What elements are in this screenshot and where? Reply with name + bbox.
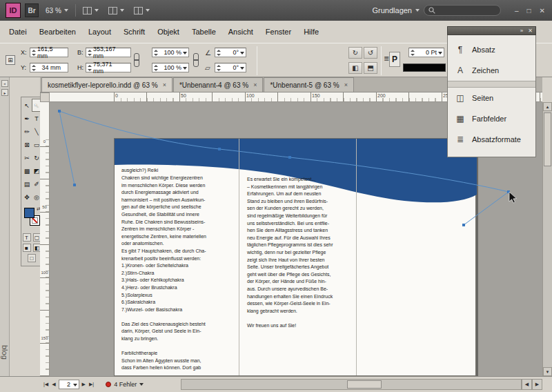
- y-position-field[interactable]: 34 mm: [30, 63, 68, 72]
- search-input[interactable]: [424, 5, 501, 16]
- indesign-window: ID Br 63 % Grundlagen: [0, 0, 552, 392]
- hand-tool[interactable]: ✥: [22, 190, 32, 204]
- collapse-dock-icon[interactable]: «: [1, 80, 8, 87]
- close-icon[interactable]: ×: [253, 81, 257, 88]
- vertical-scrollbar[interactable]: ▲ ▼: [542, 102, 552, 376]
- panel-item-seiten[interactable]: ◫ Seiten: [448, 88, 535, 108]
- close-icon[interactable]: ×: [163, 81, 166, 88]
- ruler-origin-box[interactable]: [40, 92, 50, 102]
- horizontal-scrollbar[interactable]: [181, 379, 522, 390]
- close-panel-icon[interactable]: ✕: [528, 28, 533, 34]
- panel-item-absatzformate[interactable]: ≣ Absatzformate: [448, 129, 535, 150]
- panel-dock-icon[interactable]: ▸: [1, 89, 8, 96]
- height-value: 75,371 mm: [93, 61, 124, 75]
- chevron-down-icon: [73, 384, 77, 386]
- rotation-field[interactable]: 0°: [215, 48, 246, 57]
- column2-body-text[interactable]: Es erwartet Sie ein kompetent... – Kosme…: [247, 176, 353, 329]
- apply-color-button[interactable]: ■: [23, 244, 31, 252]
- spinner-icon[interactable]: [31, 63, 37, 72]
- panel-item-zeichen[interactable]: A Zeichen: [448, 60, 535, 81]
- apply-none-button[interactable]: □: [28, 254, 36, 262]
- arrange-documents-button[interactable]: [131, 6, 152, 16]
- rotate-90-cw-button[interactable]: ↻: [348, 47, 362, 59]
- collapse-panel-icon[interactable]: »: [520, 28, 523, 34]
- ruler-number: 150: [312, 93, 320, 98]
- preflight-status[interactable]: 4 Fehler: [106, 381, 144, 388]
- pencil-tool[interactable]: ✏: [22, 125, 32, 138]
- height-field[interactable]: 75,371 mm: [86, 63, 131, 72]
- formatting-affects-text-button[interactable]: T: [23, 233, 31, 242]
- scroll-down-icon[interactable]: ▼: [543, 367, 552, 376]
- menu-bearbeiten[interactable]: Bearbeiten: [33, 25, 82, 39]
- menu-hilfe[interactable]: Hilfe: [297, 25, 325, 39]
- minimize-button[interactable]: –: [515, 7, 519, 14]
- next-page-button[interactable]: ▶: [81, 382, 86, 387]
- menu-fenster[interactable]: Fenster: [259, 25, 297, 39]
- rectangle-frame-tool[interactable]: ⊠: [22, 138, 32, 151]
- stroke-style-preview[interactable]: [403, 63, 446, 72]
- column1-body-text[interactable]: Chakren sind wichtige Energiezentren im …: [121, 175, 232, 372]
- spinner-icon[interactable]: [87, 63, 92, 72]
- ruler-number: 200: [377, 93, 386, 98]
- menu-datei[interactable]: Datei: [3, 25, 33, 39]
- menu-ansicht[interactable]: Ansicht: [222, 25, 259, 39]
- previous-page-button[interactable]: ◀: [51, 382, 56, 387]
- vertical-scroll-thumb[interactable]: [544, 112, 551, 166]
- menu-tabelle[interactable]: Tabelle: [186, 25, 222, 39]
- zoom-level-select[interactable]: 63 %: [43, 6, 71, 16]
- note-tool[interactable]: ▤: [22, 177, 32, 190]
- spinner-icon[interactable]: [153, 63, 159, 72]
- workspace-switcher[interactable]: Grundlagen: [373, 6, 420, 14]
- horizontal-scroll-thumb[interactable]: [347, 380, 382, 389]
- scale-y-field[interactable]: 100 %: [152, 63, 189, 72]
- menu-objekt[interactable]: Objekt: [151, 25, 186, 39]
- document-page[interactable]: ausgleich?) Reiki Chakren sind wichtige …: [114, 138, 476, 376]
- restore-button[interactable]: □: [527, 7, 531, 14]
- close-button[interactable]: ✕: [540, 7, 545, 14]
- pen-tool[interactable]: ✒: [22, 112, 32, 125]
- selection-tool[interactable]: ↖: [22, 99, 32, 112]
- pages-icon: ◫: [455, 93, 466, 103]
- spinner-icon[interactable]: [216, 63, 221, 72]
- vertical-ruler[interactable]: 0 50 100 150: [40, 102, 50, 376]
- spinner-icon[interactable]: [410, 48, 415, 57]
- close-icon[interactable]: ×: [344, 81, 348, 88]
- rotate-90-ccw-button[interactable]: ↺: [364, 47, 377, 59]
- page-number-field[interactable]: 2: [59, 380, 79, 389]
- scale-x-field[interactable]: 100 %: [152, 48, 189, 57]
- flip-horizontal-button[interactable]: ◧: [348, 62, 362, 74]
- last-page-button[interactable]: ▶|: [88, 382, 95, 387]
- panel-item-absatz[interactable]: ¶ Absatz: [448, 39, 535, 60]
- tab-unbenannt-4[interactable]: *Unbenannt-4 @ 63 % ×: [173, 77, 263, 92]
- width-field[interactable]: 353,167 mm: [86, 48, 131, 57]
- spinner-icon[interactable]: [87, 48, 92, 57]
- scissors-tool[interactable]: ✂: [22, 151, 32, 164]
- menu-layout[interactable]: Layout: [82, 25, 117, 39]
- scroll-up-icon[interactable]: ▲: [543, 102, 552, 111]
- scroll-left-icon[interactable]: ◀: [522, 379, 532, 390]
- scale-y-value: 100 %: [164, 64, 181, 71]
- stroke-weight-field[interactable]: 0 Pt: [408, 48, 444, 57]
- spinner-icon[interactable]: [216, 48, 221, 57]
- tab-unbenannt-5[interactable]: *Unbenannt-5 @ 63 % ×: [264, 77, 353, 92]
- x-position-field[interactable]: 161,5 mm: [30, 48, 68, 57]
- constrain-dimensions-chain-icon[interactable]: [134, 53, 139, 67]
- flip-vertical-button[interactable]: ⬒: [364, 62, 377, 74]
- menu-schrift[interactable]: Schrift: [117, 25, 151, 39]
- tab-kosmetikflyer[interactable]: kosmetikflyer-leporello.indd @ 63 % ×: [41, 77, 172, 92]
- spinner-icon[interactable]: [153, 48, 159, 57]
- scroll-right-icon[interactable]: ▶: [532, 379, 542, 390]
- column1-heading-fragment[interactable]: ausgleich?) Reiki: [121, 167, 232, 175]
- bridge-button[interactable]: Br: [25, 3, 39, 17]
- constrain-scale-chain-icon[interactable]: [193, 53, 199, 67]
- fill-color-swatch[interactable]: [24, 208, 34, 218]
- panel-item-farbfelder[interactable]: ▦ Farbfelder: [448, 108, 535, 129]
- first-page-button[interactable]: |◀: [43, 382, 49, 387]
- reference-point-proxy-icon[interactable]: ⊞: [6, 55, 15, 65]
- paragraph-formatting-button[interactable]: P: [389, 52, 400, 67]
- screen-mode-button[interactable]: [106, 6, 127, 16]
- spinner-icon[interactable]: [31, 48, 37, 57]
- gradient-tool[interactable]: ▩: [22, 164, 32, 177]
- shear-field[interactable]: 0°: [215, 63, 246, 72]
- view-options-button[interactable]: [80, 6, 101, 16]
